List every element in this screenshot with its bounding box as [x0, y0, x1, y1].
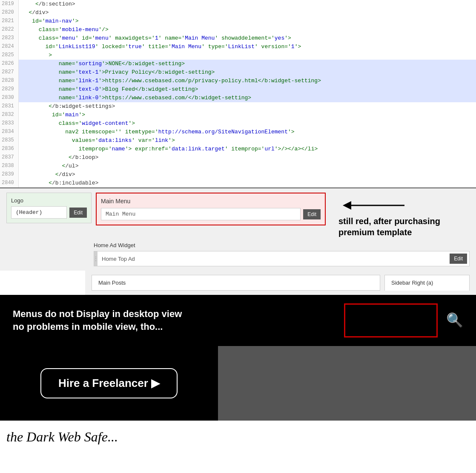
line-number: 2825	[0, 51, 19, 60]
page-bottom: the Dark Web Safe...	[0, 421, 476, 453]
line-number: 2839	[0, 170, 19, 179]
line-content: class='mobile-menu'/>	[19, 26, 109, 34]
line-number: 2822	[0, 26, 19, 34]
line-number: 2827	[0, 68, 19, 77]
code-line: 2834 nav2 itemscope='' itemtype='http://…	[0, 128, 476, 136]
line-content: name='link-1'>https://www.csebased.com/p…	[19, 77, 321, 85]
logo-widget: Logo (Header) Edit	[6, 193, 92, 223]
line-number: 2821	[0, 17, 19, 26]
code-line: 2829 name='text-0'>Blog Feed</b:widget-s…	[0, 85, 476, 94]
line-content: class='widget-content'>	[19, 119, 135, 128]
line-content: </b:widget-settings>	[19, 102, 115, 111]
code-line: 2824 id='LinkList119' locked='true' titl…	[0, 43, 476, 51]
main-menu-edit-button[interactable]: Edit	[303, 209, 321, 219]
code-line: 2826 name='sorting'>NONE</b:widget-setti…	[0, 60, 476, 68]
banner-line2: no problems in mobile view, tho...	[13, 321, 163, 332]
svg-marker-1	[343, 201, 351, 210]
banner-text: Menus do not Display in desktop view no …	[13, 308, 182, 333]
line-content: itemprop='name'> expr:href='data:link.ta…	[19, 145, 318, 153]
logo-input-row: (Header) Edit	[11, 206, 87, 219]
line-number: 2832	[0, 111, 19, 119]
sidebar-right-widget: Sidebar Right (a)	[384, 275, 470, 291]
code-line: 2830 name='link-0'>https://www.csebased.…	[0, 94, 476, 102]
line-content: name='text-0'>Blog Feed</b:widget-settin…	[19, 85, 198, 94]
code-line: 2822 class='mobile-menu'/>	[0, 26, 476, 34]
code-line: 2820 </div>	[0, 9, 476, 17]
code-line: 2819 </b:section>	[0, 0, 476, 9]
code-line: 2827 name='text-1'>Privacy Policy</b:wid…	[0, 68, 476, 77]
code-line: 2828 name='link-1'>https://www.csebased.…	[0, 77, 476, 85]
line-number: 2819	[0, 0, 19, 9]
home-ad-section-label: Home Ad Widget	[94, 242, 470, 248]
line-content: >	[19, 51, 52, 60]
line-number: 2833	[0, 119, 19, 128]
sidebar-right-label: Sidebar Right (a)	[391, 280, 433, 286]
line-content: class='menu' id='menu' maxwidgets='1' na…	[19, 34, 291, 43]
line-number: 2831	[0, 102, 19, 111]
bottom-right-gray	[218, 346, 476, 421]
main-menu-input: Main Menu	[101, 208, 301, 220]
code-line: 2821 id='main-nav'>	[0, 17, 476, 26]
line-content: id='LinkList119' locked='true' title='Ma…	[19, 43, 301, 51]
line-content: values='data:links' var='link'>	[19, 136, 175, 145]
line-content: name='link-0'>https://www.csebased.com/<…	[19, 94, 251, 102]
logo-label: Logo	[11, 197, 87, 204]
code-line: 2836 itemprop='name'> expr:href='data:li…	[0, 145, 476, 153]
line-number: 2823	[0, 34, 19, 43]
main-menu-label: Main Menu	[101, 198, 321, 205]
logo-edit-button[interactable]: Edit	[69, 208, 87, 218]
line-content: </ul>	[19, 162, 79, 170]
bottom-widgets-row: Main Posts Sidebar Right (a)	[85, 271, 476, 295]
line-content: </b:loop>	[19, 153, 98, 162]
code-line: 2840 </b:includable>	[0, 179, 476, 187]
main-menu-input-row: Main Menu Edit	[101, 208, 321, 220]
line-number: 2834	[0, 128, 19, 136]
line-number: 2836	[0, 145, 19, 153]
line-number: 2828	[0, 77, 19, 85]
line-number: 2824	[0, 43, 19, 51]
arrow-annotation: still red, after purchasing premium temp…	[338, 197, 449, 238]
annotation-area: still red, after purchasing premium temp…	[330, 193, 449, 238]
line-content: nav2 itemscope='' itemtype='http://schem…	[19, 128, 295, 136]
line-number: 2838	[0, 162, 19, 170]
line-content: name='sorting'>NONE</b:widget-setting>	[19, 60, 185, 68]
banner-right: 🔍	[344, 303, 463, 337]
line-number: 2837	[0, 153, 19, 162]
code-line: 2838 </ul>	[0, 162, 476, 170]
code-line: 2833 class='widget-content'>	[0, 119, 476, 128]
annotation-text: still red, after purchasing premium temp…	[338, 216, 449, 238]
code-line: 2825 >	[0, 51, 476, 60]
line-number: 2830	[0, 94, 19, 102]
home-ad-row: ⋮ Home Top Ad Edit	[94, 251, 470, 266]
line-content: </b:section>	[19, 0, 75, 9]
line-number: 2835	[0, 136, 19, 145]
code-line: 2835 values='data:links' var='link'>	[0, 136, 476, 145]
bottom-row: Hire a Freelancer ▶	[0, 346, 476, 421]
hire-freelancer-button[interactable]: Hire a Freelancer ▶	[40, 368, 178, 398]
code-editor: 2819 </b:section>2820 </div>2821 id='mai…	[0, 0, 476, 188]
code-line: 2831 </b:widget-settings>	[0, 102, 476, 111]
line-content: </b:includable>	[19, 179, 98, 187]
logo-input: (Header)	[11, 206, 67, 219]
black-banner: Menus do not Display in desktop view no …	[0, 295, 476, 346]
home-ad-edit-button[interactable]: Edit	[450, 254, 467, 264]
search-icon[interactable]: 🔍	[446, 312, 463, 329]
line-number: 2826	[0, 60, 19, 68]
line-number: 2840	[0, 179, 19, 187]
hire-banner: Hire a Freelancer ▶	[0, 346, 218, 421]
arrow-icon	[338, 197, 407, 214]
blog-title: the Dark Web Safe...	[6, 429, 118, 445]
line-number: 2820	[0, 9, 19, 17]
banner-line1: Menus do not Display in desktop view	[13, 309, 182, 319]
home-ad-section: Home Ad Widget ⋮ Home Top Ad Edit	[0, 242, 476, 271]
code-line: 2837 </b:loop>	[0, 153, 476, 162]
code-line: 2832 id='main'>	[0, 111, 476, 119]
home-ad-drag-handle[interactable]: ⋮	[94, 251, 97, 266]
line-content: name='text-1'>Privacy Policy</b:widget-s…	[19, 68, 215, 77]
line-number: 2829	[0, 85, 19, 94]
widget-preview-row1: Logo (Header) Edit Main Menu Main Menu E…	[0, 188, 476, 242]
line-content: id='main-nav'>	[19, 17, 79, 26]
line-content: id='main'>	[19, 111, 85, 119]
home-ad-text: Home Top Ad	[97, 252, 447, 265]
main-menu-widget: Main Menu Main Menu Edit	[96, 193, 326, 225]
